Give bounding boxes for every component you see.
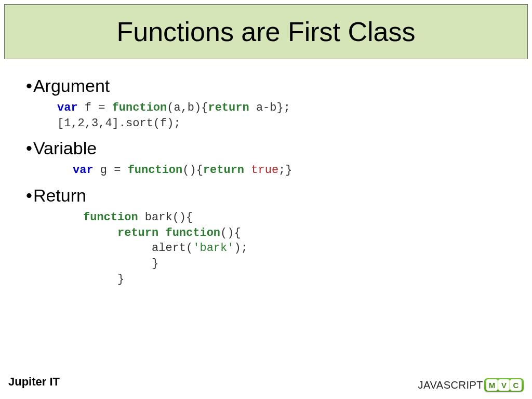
slide-title: Functions are First Class	[10, 16, 522, 47]
bullet-variable: Variable	[26, 138, 506, 158]
code-return: function bark(){ return function(){ aler…	[83, 210, 506, 287]
slide-title-bar: Functions are First Class	[4, 4, 528, 59]
slide-content: Argument var f = function(a,b){return a-…	[0, 59, 532, 287]
mvc-v: V	[498, 379, 510, 391]
bullet-return: Return	[26, 185, 506, 206]
mvc-c: C	[510, 379, 522, 391]
code-argument: var f = function(a,b){return a-b}; [1,2,…	[57, 100, 506, 131]
code-variable: var g = function(){return true;}	[73, 163, 506, 178]
mvc-m: M	[486, 379, 498, 391]
javascript-label: JAVASCRIPT	[418, 379, 483, 391]
footer-brand-left: Jupiter IT	[8, 375, 60, 389]
footer-brand-right: JAVASCRIPT M V C	[418, 378, 524, 392]
mvc-logo: M V C	[484, 378, 524, 392]
bullet-argument: Argument	[26, 76, 506, 96]
